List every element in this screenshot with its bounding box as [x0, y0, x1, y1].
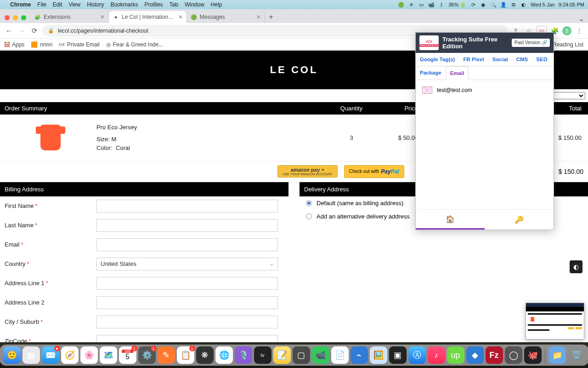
- dock-pages[interactable]: 📄: [331, 346, 349, 364]
- first-name-input[interactable]: [96, 200, 278, 213]
- status-upwork-icon[interactable]: 🟢: [398, 2, 404, 8]
- window-close-icon[interactable]: [5, 15, 10, 20]
- city-input[interactable]: [96, 316, 278, 328]
- tab-messages[interactable]: 🟢 Messages ✕: [187, 11, 265, 23]
- bookmark-item[interactable]: OXPrivate Email: [59, 41, 100, 48]
- dock-music[interactable]: ♪: [428, 346, 445, 364]
- status-bluetooth-icon[interactable]: ᛒ: [438, 2, 445, 7]
- menu-edit[interactable]: Edit: [53, 1, 62, 8]
- billing-header: Billing Address: [0, 182, 288, 196]
- dock-appstore[interactable]: Ⓐ: [408, 346, 426, 364]
- window-zoom-icon[interactable]: [21, 15, 26, 20]
- dock-calendar[interactable]: JAN51: [119, 346, 136, 364]
- bookmark-item[interactable]: 🟧nnnn: [31, 41, 52, 48]
- dock-appletv[interactable]: tv: [254, 346, 271, 364]
- menu-view[interactable]: View: [68, 1, 80, 8]
- dock-sublime[interactable]: ▢: [293, 346, 310, 364]
- window-minimize-icon[interactable]: [13, 15, 18, 20]
- menu-file[interactable]: File: [37, 1, 46, 8]
- bookmark-item[interactable]: ◎Fear & Greed Inde...: [106, 41, 163, 48]
- ext-home-button[interactable]: 🏠: [416, 210, 485, 230]
- dock-reminders[interactable]: 📋1: [177, 346, 194, 364]
- dock-downloads[interactable]: 📁: [548, 346, 566, 364]
- ext-tab-seo[interactable]: SEO: [532, 53, 551, 66]
- status-eye-icon[interactable]: ◉: [480, 2, 486, 8]
- dock-finder[interactable]: 🙂: [3, 346, 21, 364]
- dock-notes[interactable]: 📝: [273, 346, 291, 364]
- screen-preview-thumbnail[interactable]: [526, 303, 584, 339]
- menu-profiles[interactable]: Profiles: [145, 1, 163, 8]
- zipcode-input[interactable]: [96, 335, 278, 343]
- menu-bookmarks[interactable]: Bookmarks: [111, 1, 138, 8]
- ext-key-button[interactable]: 🔑: [485, 210, 554, 230]
- dock-trash[interactable]: 🗑️: [568, 346, 585, 364]
- status-date[interactable]: Wed 5 Jan: [531, 2, 554, 7]
- tab-close-icon[interactable]: ✕: [256, 14, 261, 20]
- dock-podcasts[interactable]: 🎙️: [235, 346, 252, 364]
- tabs-overflow-icon[interactable]: ⌄: [578, 14, 588, 23]
- bookmark-apps[interactable]: Apps: [5, 41, 24, 48]
- country-select[interactable]: United States⌄: [96, 258, 278, 270]
- menu-help[interactable]: Help: [211, 1, 222, 8]
- dock-github[interactable]: 🐙: [524, 346, 542, 364]
- status-sync-icon[interactable]: ⟳: [470, 2, 476, 8]
- status-siri-icon[interactable]: ◐: [520, 2, 527, 8]
- dock-terminal[interactable]: ▣: [389, 346, 407, 364]
- ext-tab-fbpixel[interactable]: FB Pixel: [459, 53, 488, 66]
- dock-launchpad[interactable]: ▦: [23, 346, 40, 364]
- status-camera-icon[interactable]: 📹: [428, 2, 435, 8]
- app-name[interactable]: Chrome: [10, 1, 31, 8]
- status-search-icon[interactable]: 🔍: [490, 2, 497, 8]
- dock-postman[interactable]: ✎: [158, 346, 175, 364]
- dock-screenshot[interactable]: 🖼️: [370, 346, 387, 364]
- ext-tab-social[interactable]: Social: [488, 53, 512, 66]
- ext-tab-package[interactable]: Package: [416, 66, 446, 80]
- dock-vscode[interactable]: ⌁: [351, 346, 368, 364]
- paypal-button[interactable]: Check out with PayPal: [344, 165, 404, 178]
- dock-mail[interactable]: ✉️●: [42, 346, 59, 364]
- status-time[interactable]: 9:24:05 PM: [559, 2, 584, 7]
- tab-close-icon[interactable]: ✕: [178, 14, 183, 20]
- dock-app-blue[interactable]: ◆: [466, 346, 484, 364]
- dock-filezilla[interactable]: Fz: [486, 346, 503, 364]
- dock-app-dark[interactable]: ❋: [196, 346, 214, 364]
- forward-button[interactable]: →: [17, 26, 27, 36]
- dock-safari[interactable]: 🧭: [61, 346, 79, 364]
- status-user-icon[interactable]: 👤: [500, 2, 507, 8]
- tab-extensions[interactable]: 🧩 Extensions ✕: [31, 11, 109, 23]
- ext-tab-email[interactable]: Email: [446, 66, 469, 80]
- menu-history[interactable]: History: [87, 1, 104, 8]
- dock-app-grey[interactable]: ◯: [505, 346, 522, 364]
- chrome-tabstrip: 🧩 Extensions ✕ ● Le Col | International …: [0, 9, 588, 23]
- profile-avatar[interactable]: S: [562, 26, 571, 35]
- status-control-center-icon[interactable]: ⧉: [510, 2, 517, 8]
- dock-facetime[interactable]: 📹: [312, 346, 329, 364]
- last-name-input[interactable]: [96, 219, 278, 232]
- ext-tab-google[interactable]: Google Tag(s): [416, 53, 459, 66]
- chat-widget-button[interactable]: ◐: [570, 260, 582, 273]
- reload-button[interactable]: ⟳: [29, 26, 40, 36]
- menu-window[interactable]: Window: [185, 1, 204, 8]
- new-tab-button[interactable]: +: [265, 11, 277, 23]
- tab-close-icon[interactable]: ✕: [100, 14, 105, 20]
- back-button[interactable]: ←: [4, 26, 14, 36]
- currency-select[interactable]: [553, 92, 585, 99]
- address-line-1-input[interactable]: [96, 277, 278, 290]
- dock-maps[interactable]: 🗺️: [100, 346, 117, 364]
- paid-version-link[interactable]: Paid Version 🔗: [512, 39, 550, 47]
- menu-tab[interactable]: Tab: [170, 1, 178, 8]
- chrome-menu-icon[interactable]: ⋮: [574, 26, 584, 36]
- status-gear-icon[interactable]: ✳︎: [408, 2, 414, 8]
- amazon-pay-button[interactable]: amazon pay» USE YOUR AMAZON ACCOUNT: [277, 165, 338, 178]
- ext-tab-cms[interactable]: CMS: [512, 53, 532, 66]
- product-thumbnail: [40, 125, 61, 150]
- dock-settings[interactable]: ⚙️1: [138, 346, 156, 364]
- status-display-icon[interactable]: ▭: [418, 2, 424, 8]
- status-battery[interactable]: 36% 🔋: [448, 2, 466, 8]
- email-input[interactable]: [96, 238, 278, 251]
- dock-photos[interactable]: 🌸: [80, 346, 98, 364]
- dock-chrome[interactable]: 🌐: [215, 346, 233, 364]
- tab-lecol[interactable]: ● Le Col | International Checkout ✕: [109, 11, 187, 23]
- address-line-2-input[interactable]: [96, 296, 278, 309]
- dock-upwork[interactable]: up: [447, 346, 464, 364]
